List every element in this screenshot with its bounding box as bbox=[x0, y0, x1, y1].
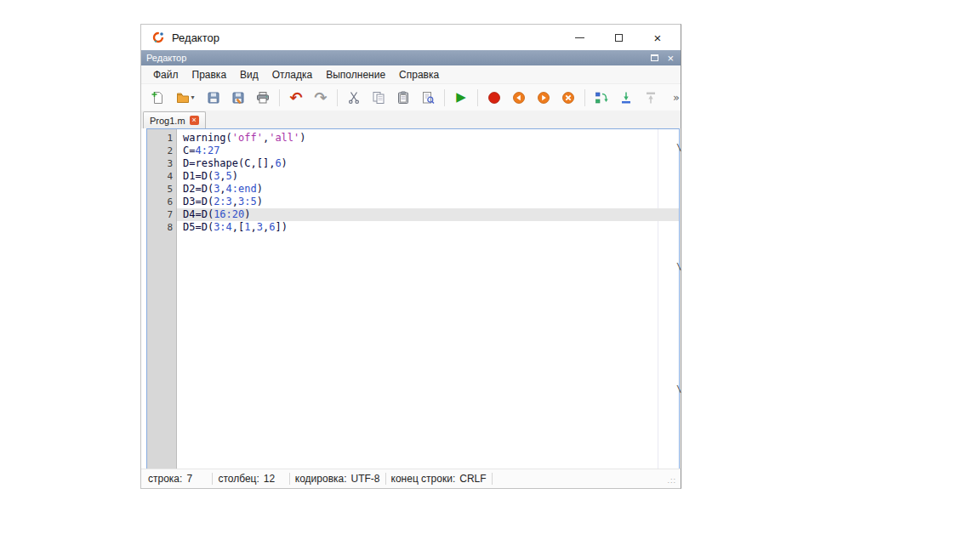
breakpoint-icon bbox=[487, 91, 501, 105]
code-line-text[interactable]: D5=D(3:4,[1,3,6]) bbox=[177, 221, 679, 234]
run-icon: ▶ bbox=[456, 91, 466, 104]
step-button[interactable] bbox=[590, 87, 612, 109]
undo-icon: ↶ bbox=[289, 90, 302, 105]
toolbar-separator bbox=[444, 89, 445, 106]
status-line-label: строка: bbox=[148, 473, 182, 485]
minimize-button[interactable] bbox=[560, 25, 599, 50]
panel-titlebar[interactable]: Редактор × bbox=[141, 50, 681, 65]
toolbar-overflow-button[interactable]: » bbox=[664, 87, 687, 109]
tab-close-icon[interactable]: × bbox=[190, 116, 199, 125]
code-line-text[interactable]: warning('off','all') bbox=[177, 132, 679, 145]
code-line[interactable]: 3D=reshape(C,[],6) bbox=[147, 157, 679, 170]
code-line-text[interactable]: D2=D(3,4:end) bbox=[177, 183, 679, 196]
open-button[interactable]: ▾ bbox=[171, 87, 200, 109]
code-line-text[interactable]: D1=D(3,5) bbox=[177, 170, 679, 183]
save-as-button[interactable] bbox=[227, 87, 249, 109]
code-line-text[interactable]: C=4:27 bbox=[177, 145, 679, 157]
step-icon bbox=[595, 91, 608, 105]
code-line[interactable]: 4D1=D(3,5) bbox=[147, 170, 679, 183]
resize-grip[interactable]: .:: bbox=[667, 476, 676, 485]
copy-button[interactable] bbox=[368, 87, 390, 109]
new-script-button[interactable] bbox=[146, 87, 168, 109]
next-breakpoint-button[interactable] bbox=[533, 87, 555, 109]
scroll-mark: \ bbox=[676, 142, 685, 153]
step-out-icon bbox=[644, 91, 658, 105]
line-number[interactable]: 8 bbox=[147, 221, 177, 234]
code-line[interactable]: 7D4=D(16:20) bbox=[147, 208, 679, 221]
menu-run[interactable]: Выполнение bbox=[319, 67, 392, 82]
step-out-button[interactable] bbox=[640, 87, 662, 109]
status-separator bbox=[492, 473, 493, 485]
print-button[interactable] bbox=[252, 87, 274, 109]
line-number[interactable]: 5 bbox=[147, 183, 177, 196]
octave-logo-icon bbox=[151, 31, 165, 44]
code-editor[interactable]: 1warning('off','all')2C=4:273D=reshape(C… bbox=[146, 128, 680, 470]
open-folder-icon bbox=[176, 91, 190, 105]
run-button[interactable]: ▶ bbox=[450, 87, 472, 109]
status-column-label: столбец: bbox=[218, 473, 259, 485]
previous-breakpoint-button[interactable] bbox=[508, 87, 530, 109]
line-number[interactable]: 7 bbox=[147, 208, 177, 221]
menu-debug[interactable]: Отладка bbox=[265, 67, 319, 82]
step-in-icon bbox=[619, 91, 633, 105]
tab-label: Prog1.m bbox=[150, 116, 185, 126]
line-number[interactable]: 6 bbox=[147, 196, 177, 208]
menu-file[interactable]: Файл bbox=[146, 67, 185, 82]
code-line-text[interactable]: D=reshape(C,[],6) bbox=[177, 157, 679, 170]
code-line[interactable]: 8D5=D(3:4,[1,3,6]) bbox=[147, 221, 679, 234]
cut-icon bbox=[347, 91, 361, 105]
print-icon bbox=[256, 91, 270, 105]
code-rows[interactable]: 1warning('off','all')2C=4:273D=reshape(C… bbox=[147, 129, 679, 234]
undock-panel-icon[interactable] bbox=[651, 54, 658, 61]
save-button[interactable] bbox=[202, 87, 225, 109]
status-separator bbox=[385, 473, 386, 485]
scroll-mark: \ bbox=[676, 383, 685, 395]
toggle-breakpoint-button[interactable] bbox=[483, 87, 505, 109]
code-line[interactable]: 2C=4:27 bbox=[147, 145, 679, 157]
clear-breakpoints-button[interactable] bbox=[557, 87, 579, 109]
status-encoding-label: кодировка: bbox=[295, 473, 347, 485]
cut-button[interactable] bbox=[343, 87, 365, 109]
code-line[interactable]: 5D2=D(3,4:end) bbox=[147, 183, 679, 196]
line-number[interactable]: 1 bbox=[147, 132, 177, 145]
step-in-button[interactable] bbox=[615, 87, 637, 109]
save-icon bbox=[207, 91, 220, 105]
line-number[interactable]: 3 bbox=[147, 157, 177, 170]
window-controls: × bbox=[560, 25, 677, 50]
panel-close-icon[interactable]: × bbox=[667, 53, 674, 64]
undo-button[interactable]: ↶ bbox=[285, 87, 307, 109]
code-line-text[interactable]: D3=D(2:3,3:5) bbox=[177, 196, 679, 208]
paste-button[interactable] bbox=[392, 87, 414, 109]
open-dropdown-icon[interactable]: ▾ bbox=[191, 94, 194, 101]
find-button[interactable] bbox=[417, 87, 439, 109]
minimize-icon bbox=[575, 37, 584, 38]
code-line-text[interactable]: D4=D(16:20) bbox=[177, 208, 679, 221]
overflow-chevron-icon: » bbox=[673, 92, 680, 103]
toolbar: ▾ ↶ ↷ bbox=[141, 84, 681, 111]
new-file-icon bbox=[151, 91, 164, 105]
menu-view[interactable]: Вид bbox=[233, 67, 265, 82]
status-bar: строка: 7 столбец: 12 кодировка: UTF-8 к… bbox=[141, 469, 681, 488]
find-icon bbox=[421, 91, 435, 105]
tab-prog1[interactable]: Prog1.m × bbox=[143, 111, 206, 128]
status-line-value: 7 bbox=[186, 473, 207, 485]
copy-icon bbox=[372, 91, 385, 105]
code-line[interactable]: 6D3=D(2:3,3:5) bbox=[147, 196, 679, 208]
redo-icon: ↷ bbox=[314, 90, 327, 105]
status-separator bbox=[289, 473, 290, 485]
line-number[interactable]: 4 bbox=[147, 170, 177, 183]
line-number[interactable]: 2 bbox=[147, 145, 177, 157]
editor-window: Редактор × Редактор × Файл Правка Вид От… bbox=[140, 24, 681, 489]
code-line[interactable]: 1warning('off','all') bbox=[147, 132, 679, 145]
redo-button[interactable]: ↷ bbox=[310, 87, 332, 109]
close-button[interactable]: × bbox=[638, 25, 677, 50]
window-title: Редактор bbox=[172, 31, 219, 44]
maximize-button[interactable] bbox=[599, 25, 638, 50]
menu-help[interactable]: Справка bbox=[392, 67, 446, 82]
next-breakpoint-icon bbox=[537, 91, 550, 105]
menu-bar: Файл Правка Вид Отладка Выполнение Справ… bbox=[141, 65, 681, 84]
panel-title: Редактор bbox=[146, 53, 651, 63]
window-titlebar[interactable]: Редактор × bbox=[141, 25, 681, 50]
previous-breakpoint-icon bbox=[512, 91, 526, 105]
menu-edit[interactable]: Правка bbox=[185, 67, 234, 82]
